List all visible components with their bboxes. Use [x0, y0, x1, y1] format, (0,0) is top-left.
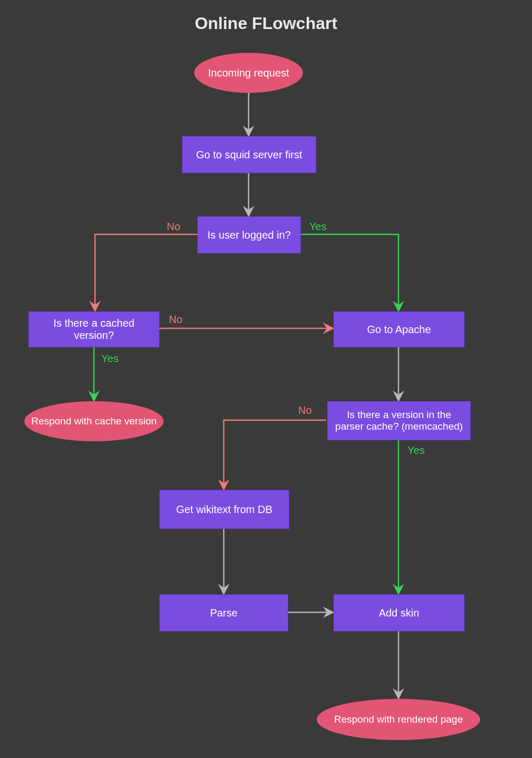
diagram-title: Online FLowchart	[0, 14, 532, 33]
node-label: Go to squid server first	[196, 149, 302, 161]
flowchart-canvas: Online FLowchart	[0, 0, 532, 758]
node-squid: Go to squid server first	[182, 136, 316, 173]
node-cached: Is there a cached version?	[28, 311, 159, 347]
label-cached-yes: Yes	[101, 353, 119, 365]
node-label: Incoming request	[208, 67, 289, 79]
node-apache: Go to Apache	[334, 311, 464, 347]
node-parser-cache: Is there a version in the parser cache? …	[327, 401, 471, 440]
node-label: Is user logged in?	[207, 229, 291, 241]
node-parse: Parse	[159, 594, 288, 631]
label-parser-no: No	[298, 404, 312, 416]
label-logged-yes: Yes	[309, 221, 327, 233]
node-label: Add skin	[379, 607, 420, 619]
node-get-wikitext: Get wikitext from DB	[159, 490, 289, 529]
node-label: Respond with rendered page	[334, 714, 463, 725]
label-cached-no: No	[169, 314, 183, 326]
edge-logged-cached	[95, 234, 197, 310]
edge-parser-getwiki	[224, 420, 326, 489]
edges-layer	[0, 0, 532, 758]
node-label: Is there a cached version?	[34, 317, 154, 342]
node-label: Go to Apache	[367, 324, 431, 336]
node-label: Get wikitext from DB	[176, 504, 272, 516]
node-respond-page: Respond with rendered page	[317, 699, 480, 740]
node-respond-cache: Respond with cache version	[24, 401, 164, 441]
node-add-skin: Add skin	[334, 594, 464, 631]
node-label: Is there a version in the parser cache? …	[333, 409, 465, 432]
node-label: Respond with cache version	[31, 415, 157, 427]
label-logged-no: No	[167, 221, 180, 233]
node-logged: Is user logged in?	[197, 216, 301, 253]
node-label: Parse	[210, 607, 238, 619]
label-parser-yes: Yes	[407, 444, 425, 457]
node-start: Incoming request	[194, 53, 303, 93]
edge-logged-apache	[301, 234, 398, 310]
